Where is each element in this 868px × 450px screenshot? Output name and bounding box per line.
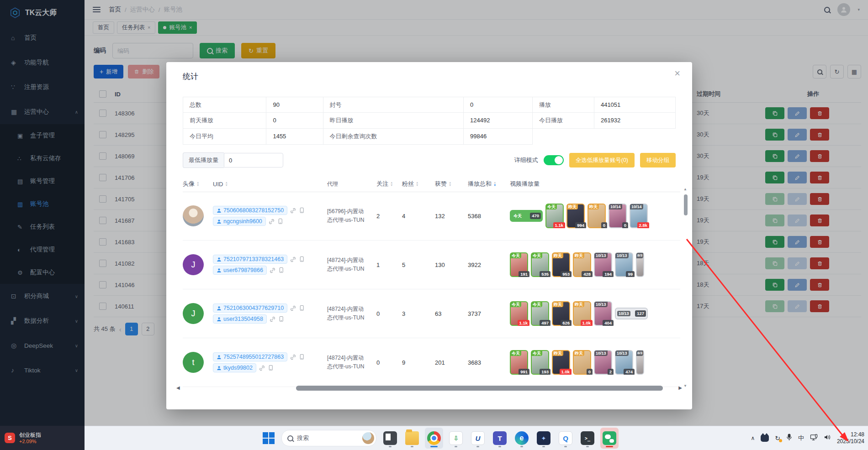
col-avatar[interactable]: 头像▲▼ (183, 180, 213, 188)
phone-icon[interactable] (299, 207, 305, 214)
sort-icons[interactable]: ▲▼ (390, 181, 393, 187)
video-thumb[interactable]: 10/14 2.8k (630, 204, 648, 228)
uid-badge[interactable]: 7506068083278152750 (213, 206, 287, 215)
video-thumb[interactable]: 10/13 2 (594, 350, 612, 375)
phone-icon[interactable] (277, 218, 283, 225)
taskbar-app[interactable] (600, 428, 619, 449)
ime-indicator[interactable]: 中 (798, 434, 804, 442)
video-thumb[interactable]: 今天 191 (510, 252, 528, 277)
sort-icons[interactable]: ▲▼ (493, 181, 496, 187)
avatar[interactable]: J (183, 254, 204, 275)
video-thumb[interactable]: 今天 193 (531, 350, 549, 375)
col-uid[interactable]: UID▲▼ (213, 181, 327, 188)
speaker-icon[interactable] (824, 434, 831, 442)
video-thumb[interactable]: 昨天 1.0k (573, 301, 591, 326)
min-play-input[interactable] (224, 153, 283, 167)
avatar[interactable] (183, 205, 204, 226)
uid-badge[interactable]: 7525748955012727863 (213, 352, 287, 361)
video-thumb[interactable]: 昨天 0 (587, 204, 606, 228)
col-fans[interactable]: 粉丝▲▼ (402, 180, 435, 188)
move-group-button[interactable]: 移动分组 (640, 153, 676, 167)
taskbar-search[interactable]: 搜索 (281, 430, 376, 446)
sort-icons[interactable]: ▲▼ (196, 181, 199, 187)
video-thumb[interactable]: 今天 1.1k (545, 204, 564, 228)
scroll-down-icon[interactable]: ▼ (683, 384, 687, 388)
taskbar-app[interactable]: T (491, 428, 509, 449)
clock[interactable]: 12:48 2025/10/24 (837, 431, 864, 445)
link-icon[interactable] (270, 316, 275, 322)
phone-icon[interactable] (299, 305, 305, 311)
taskbar-app[interactable] (403, 428, 421, 449)
col-likes[interactable]: 获赞▲▼ (435, 180, 468, 188)
video-thumb[interactable]: 今天 535 (531, 252, 549, 277)
link-icon[interactable] (290, 208, 296, 214)
video-thumb[interactable]: 昨天 428 (573, 252, 591, 277)
video-thumb[interactable]: 8/3 (636, 252, 644, 277)
video-thumb[interactable]: 昨天 953 (552, 252, 570, 277)
phone-icon[interactable] (299, 256, 305, 262)
video-thumb[interactable]: 昨天 994 (566, 204, 585, 228)
video-thumb[interactable]: 今天 1.1k (510, 301, 528, 326)
uid-badge[interactable]: 7521079713378321463 (213, 255, 287, 264)
sort-icons[interactable]: ▲▼ (449, 181, 451, 187)
video-thumb[interactable]: 今天 470 (510, 210, 543, 222)
taskbar-app[interactable] (381, 428, 399, 449)
link-icon[interactable] (290, 256, 296, 262)
col-follow[interactable]: 关注▲▼ (376, 180, 402, 188)
avatar[interactable]: t (183, 352, 204, 373)
taskbar-app[interactable] (425, 428, 443, 449)
taskbar-app[interactable]: e (513, 428, 531, 449)
video-thumb[interactable]: 10/13 99 (615, 252, 633, 277)
weather-icon[interactable] (362, 432, 374, 444)
select-low-play-button[interactable]: 全选低播放量账号(0) (569, 153, 635, 167)
horizontal-scroll-thumb[interactable] (296, 386, 663, 391)
video-thumb[interactable]: 昨天 626 (552, 301, 570, 326)
close-icon[interactable]: × (674, 68, 680, 79)
microphone-icon[interactable] (786, 434, 792, 443)
avatar[interactable]: J (183, 303, 204, 324)
taskbar-app[interactable]: >_ (578, 428, 597, 449)
video-thumb[interactable]: 今天 991 (510, 350, 528, 375)
scroll-up-icon[interactable]: ▲ (683, 187, 687, 191)
scroll-left-icon[interactable]: ◀ (176, 385, 180, 390)
phone-icon[interactable] (268, 365, 274, 371)
detail-mode-toggle[interactable] (544, 155, 564, 165)
sync-icon[interactable]: ↻ (775, 434, 780, 442)
video-thumb[interactable]: 10/14 0 (609, 204, 627, 228)
video-thumb[interactable]: 10/13 127 (615, 308, 648, 319)
taskbar-app[interactable]: ✦ (535, 428, 553, 449)
sort-icons[interactable]: ▲▼ (416, 181, 418, 187)
taskbar-app[interactable]: Q (556, 428, 575, 449)
video-thumb[interactable]: 10/13 474 (615, 350, 633, 375)
video-thumb[interactable]: 8/3 (636, 350, 644, 375)
username-badge[interactable]: user679879866 (213, 266, 267, 275)
col-play-total[interactable]: 播放总和▲▼ (468, 180, 510, 188)
display-icon[interactable] (810, 434, 818, 443)
horizontal-scrollbar[interactable]: ◀ ▶ (176, 385, 682, 391)
uid-badge[interactable]: 7521063004377629710 (213, 303, 287, 313)
widgets-stock-button[interactable]: S 创业板指 +2.09% (0, 426, 85, 450)
username-badge[interactable]: ngcngsinh9600 (213, 217, 266, 226)
username-badge[interactable]: tkyds99802 (213, 363, 256, 372)
video-thumb[interactable]: 10/13 404 (594, 301, 612, 326)
vertical-scrollbar[interactable]: ▲ ▼ (683, 192, 688, 387)
video-thumb[interactable]: 今天 497 (531, 301, 549, 326)
link-icon[interactable] (259, 365, 265, 371)
link-icon[interactable] (290, 305, 296, 311)
taskbar-app[interactable]: U (469, 428, 487, 449)
taskbar-app[interactable]: ⇩ (447, 428, 465, 449)
username-badge[interactable]: user313504958 (213, 314, 267, 324)
phone-icon[interactable] (299, 354, 305, 360)
link-icon[interactable] (270, 267, 275, 273)
phone-icon[interactable] (278, 267, 284, 273)
vertical-scroll-thumb[interactable] (684, 194, 688, 215)
video-thumb[interactable]: 昨天 0 (573, 350, 591, 375)
cat-app-icon[interactable] (761, 435, 769, 442)
phone-icon[interactable] (278, 316, 284, 322)
start-button[interactable] (260, 429, 277, 447)
tray-chevron-icon[interactable]: ∧ (751, 435, 755, 441)
link-icon[interactable] (290, 354, 296, 360)
sort-icons[interactable]: ▲▼ (225, 181, 228, 187)
video-thumb[interactable]: 10/13 194 (594, 252, 612, 277)
link-icon[interactable] (269, 219, 275, 225)
